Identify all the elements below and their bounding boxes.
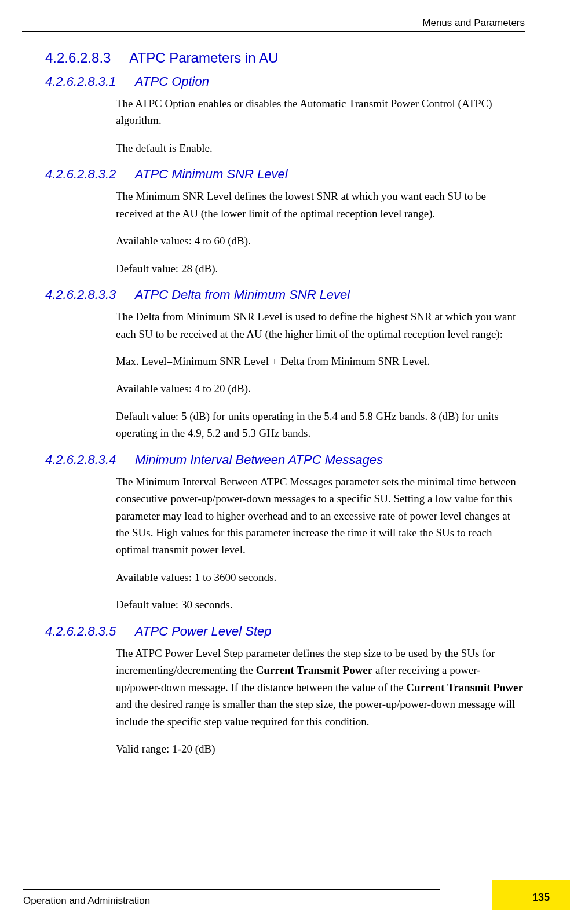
bold-term: Current Transmit Power [256,664,373,676]
heading-level-4: 4.2.6.2.8.3.1ATPC Option [45,74,525,89]
paragraph: Default value: 30 seconds. [116,596,525,613]
footer-rule [23,889,440,890]
section-number: 4.2.6.2.8.3.5 [45,624,135,639]
paragraph: Available values: 1 to 3600 seconds. [116,569,525,586]
paragraph: The default is Enable. [116,140,525,156]
section-title: ATPC Option [135,74,209,89]
section-title: ATPC Minimum SNR Level [135,167,288,181]
paragraph: The ATPC Option enables or disables the … [116,95,525,129]
bold-term: Current Transmit Power [406,681,523,693]
paragraph: The ATPC Power Level Step parameter defi… [116,645,525,730]
paragraph: Max. Level=Minimum SNR Level + Delta fro… [116,353,525,370]
section-number: 4.2.6.2.8.3 [45,50,126,66]
page-footer: Operation and Administration 135 [23,889,525,907]
heading-level-4: 4.2.6.2.8.3.5ATPC Power Level Step [45,624,525,639]
paragraph: The Delta from Minimum SNR Level is used… [116,308,525,342]
footer-doc-title: Operation and Administration [23,895,525,907]
header-rule [22,31,525,32]
section-body: The Minimum Interval Between ATPC Messag… [116,473,525,613]
section-number: 4.2.6.2.8.3.3 [45,287,135,302]
section-body: The Minimum SNR Level defines the lowest… [116,188,525,277]
section-number: 4.2.6.2.8.3.4 [45,452,135,468]
heading-level-4: 4.2.6.2.8.3.2ATPC Minimum SNR Level [45,167,525,182]
section-body: The ATPC Power Level Step parameter defi… [116,645,525,758]
section-number: 4.2.6.2.8.3.1 [45,74,135,89]
document-page: Menus and Parameters 4.2.6.2.8.3 ATPC Pa… [0,0,570,924]
page-number-badge: 135 [492,880,570,910]
heading-level-4: 4.2.6.2.8.3.3ATPC Delta from Minimum SNR… [45,287,525,302]
paragraph: Available values: 4 to 60 (dB). [116,232,525,249]
section-title: ATPC Parameters in AU [129,50,278,65]
paragraph: Default value: 5 (dB) for units operatin… [116,408,525,442]
paragraph: The Minimum SNR Level defines the lowest… [116,188,525,222]
paragraph: Valid range: 1-20 (dB) [116,740,525,757]
header-section-title: Menus and Parameters [45,17,525,31]
section-number: 4.2.6.2.8.3.2 [45,167,135,182]
section-title: ATPC Delta from Minimum SNR Level [135,287,350,302]
section-body: The Delta from Minimum SNR Level is used… [116,308,525,442]
text-run: and the desired range is smaller than th… [116,698,515,727]
section-body: The ATPC Option enables or disables the … [116,95,525,156]
heading-level-4: 4.2.6.2.8.3.4Minimum Interval Between AT… [45,452,525,468]
paragraph: Available values: 4 to 20 (dB). [116,380,525,397]
paragraph: The Minimum Interval Between ATPC Messag… [116,473,525,558]
heading-level-3: 4.2.6.2.8.3 ATPC Parameters in AU [45,50,525,66]
section-title: Minimum Interval Between ATPC Messages [135,452,383,467]
paragraph: Default value: 28 (dB). [116,260,525,277]
section-title: ATPC Power Level Step [135,624,272,638]
page-number: 135 [532,892,550,903]
